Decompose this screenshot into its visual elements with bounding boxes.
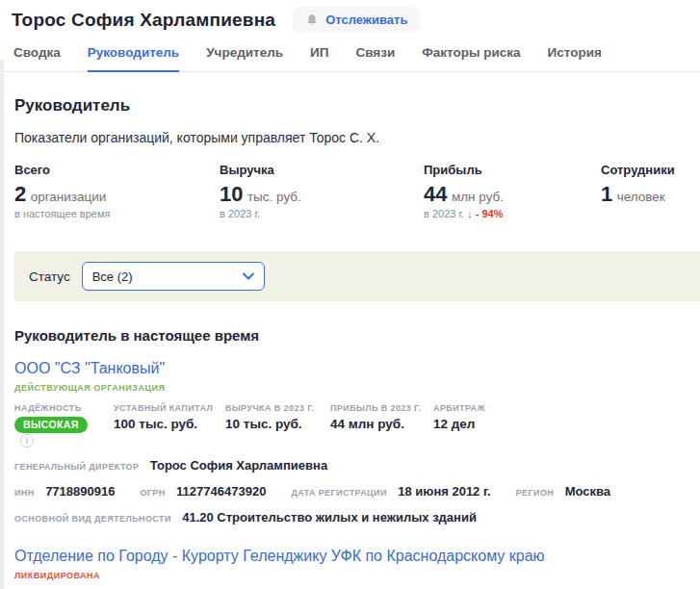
section-title: Руководитель: [14, 96, 700, 115]
status-select-value: Все (2): [92, 269, 133, 284]
stat-employees: Сотрудники 1 человек: [601, 163, 675, 219]
director-name: Торос София Харлампиевна: [150, 458, 327, 473]
ogrn-value: 1127746473920: [176, 484, 266, 499]
stat-total: Всего 2 организации в настоящее время: [14, 163, 220, 219]
section-subtitle: Показатели организаций, которыми управля…: [14, 130, 700, 145]
status-filter-bar: Статус Все (2): [14, 251, 700, 301]
tab-ip[interactable]: ИП: [310, 37, 328, 71]
stats-row: Всего 2 организации в настоящее время Вы…: [14, 163, 700, 219]
page-title: Торос София Харлампиевна: [12, 10, 275, 31]
tab-faktory-riska[interactable]: Факторы риска: [422, 37, 520, 71]
follow-button-label: Отслеживать: [325, 13, 407, 27]
registry-row: ИНН 7718890916 ОГРН 1127746473920 ДАТА Р…: [14, 482, 700, 499]
chevron-down-icon: [243, 272, 254, 280]
activity-value: 41.20 Строительство жилых и нежилых здан…: [182, 510, 477, 525]
reliability-badge: ВЫСОКАЯ: [14, 417, 88, 433]
metric-profit: ПРИБЫЛЬ В 2023 Г. 44 млн руб.: [330, 403, 433, 448]
stat-note: в настоящее время: [14, 208, 220, 219]
stat-label: Сотрудники: [601, 163, 675, 177]
info-icon[interactable]: i: [20, 434, 34, 448]
list-title: Руководитель в настоящее время: [14, 327, 700, 344]
tab-bar: Сводка Руководитель Учредитель ИП Связи …: [0, 35, 700, 72]
company-status-badge: ДЕЙСТВУЮЩАЯ ОРГАНИЗАЦИЯ: [14, 383, 700, 393]
company-metrics-row: НАДЁЖНОСТЬ ВЫСОКАЯi УСТАВНЫЙ КАПИТАЛ 100…: [14, 403, 700, 448]
company-link[interactable]: ООО "СЗ "Танковый": [14, 360, 165, 376]
tab-istoriya[interactable]: История: [548, 37, 602, 71]
stat-note: в 2023 г. ↓ - 94%: [424, 208, 601, 219]
follow-button[interactable]: Отслеживать: [293, 7, 420, 33]
header: Торос София Харлампиевна Отслеживать: [0, 0, 700, 35]
company-card-tankoviy: ООО "СЗ "Танковый" ДЕЙСТВУЮЩАЯ ОРГАНИЗАЦ…: [14, 360, 700, 525]
stat-label: Выручка: [220, 163, 424, 177]
region-value: Москва: [565, 484, 610, 499]
metric-reliability: НАДЁЖНОСТЬ ВЫСОКАЯi: [14, 403, 114, 448]
stat-label: Всего: [14, 163, 220, 177]
profit-decline-indicator: ↓ - 94%: [467, 208, 503, 219]
stat-label: Прибыль: [424, 163, 601, 177]
page-edge-strip: [0, 60, 4, 589]
activity-row: ОСНОВНОЙ ВИД ДЕЯТЕЛЬНОСТИ 41.20 Строител…: [14, 508, 700, 525]
company-status-badge: ЛИКВИДИРОВАНА: [14, 571, 700, 580]
registration-date-value: 18 июня 2012 г.: [398, 484, 490, 499]
status-select[interactable]: Все (2): [82, 262, 265, 291]
tab-uchreditel[interactable]: Учредитель: [206, 37, 283, 71]
stat-note: в 2023 г.: [220, 208, 424, 219]
stat-profit: Прибыль 44 млн руб. в 2023 г. ↓ - 94%: [424, 163, 601, 219]
stat-value: 2 организации: [14, 182, 220, 207]
bell-icon: [305, 13, 319, 27]
metric-capital: УСТАВНЫЙ КАПИТАЛ 100 тыс. руб.: [114, 403, 225, 448]
stat-value: 10 тыс. руб.: [220, 182, 424, 207]
metric-arbitration: АРБИТРАЖ 12 дел: [433, 403, 497, 448]
status-filter-label: Статус: [29, 269, 70, 284]
director-row: ГЕНЕРАЛЬНЫЙ ДИРЕКТОР Торос София Харламп…: [14, 456, 700, 474]
main-content: Руководитель Показатели организаций, кот…: [0, 96, 700, 589]
stat-value: 1 человек: [601, 182, 675, 207]
stat-revenue: Выручка 10 тыс. руб. в 2023 г.: [220, 163, 424, 219]
tab-svyazi[interactable]: Связи: [355, 37, 395, 71]
stat-value: 44 млн руб.: [424, 182, 601, 207]
tab-rukovoditel[interactable]: Руководитель: [88, 37, 179, 72]
company-card-otdelenie: Отделение по Городу - Курорту Геленджику…: [14, 548, 700, 589]
tab-svodka[interactable]: Сводка: [13, 37, 61, 71]
metric-revenue: ВЫРУЧКА В 2023 Г. 10 тыс. руб.: [225, 403, 330, 448]
company-link[interactable]: Отделение по Городу - Курорту Геленджику…: [14, 548, 545, 564]
inn-value: 7718890916: [45, 484, 115, 499]
